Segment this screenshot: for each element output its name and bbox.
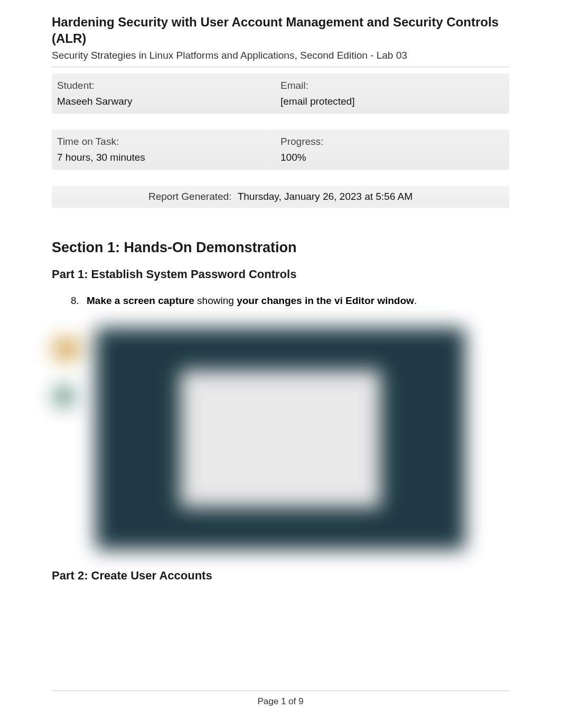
page-subtitle: Security Strategies in Linux Platforms a… — [52, 50, 509, 61]
screenshot-container — [52, 328, 509, 550]
time-label: Time on Task: — [57, 136, 280, 148]
time-value: 7 hours, 30 minutes — [57, 152, 280, 163]
screenshot-sidebar — [53, 338, 80, 407]
instruction-item-8: 8. Make a screen capture showing your ch… — [52, 295, 509, 307]
info-row-1: Student: Maseeh Sarwary Email: [email pr… — [52, 73, 509, 114]
progress-value: 100% — [280, 152, 504, 163]
info-row-2: Time on Task: 7 hours, 30 minutes Progre… — [52, 130, 509, 170]
instruction-bold-2: your changes in the vi Editor window — [237, 295, 414, 306]
part-1-heading: Part 1: Establish System Password Contro… — [52, 268, 509, 281]
instruction-bold-1: Make a screen capture — [87, 295, 194, 306]
page-footer: Page 1 of 9 — [52, 690, 509, 707]
instruction-text: Make a screen capture showing your chang… — [87, 295, 417, 307]
email-value: [email protected] — [280, 96, 504, 107]
page-number: Page 1 of 9 — [52, 696, 509, 707]
instruction-list: 8. Make a screen capture showing your ch… — [52, 295, 509, 307]
instruction-mid: showing — [194, 295, 237, 306]
progress-label: Progress: — [280, 136, 504, 148]
instruction-end: . — [414, 295, 417, 306]
section-1-heading: Section 1: Hands-On Demonstration — [52, 239, 509, 256]
report-generated-row: Report Generated: Thursday, January 26, … — [52, 186, 509, 208]
progress-cell: Progress: 100% — [280, 136, 504, 163]
part-2-heading: Part 2: Create User Accounts — [52, 569, 509, 583]
student-label: Student: — [57, 80, 280, 91]
header-divider — [52, 67, 509, 67]
info-grid: Student: Maseeh Sarwary Email: [email pr… — [52, 73, 509, 170]
screenshot-editor-window — [180, 370, 381, 508]
time-cell: Time on Task: 7 hours, 30 minutes — [57, 136, 280, 163]
app-icon — [53, 386, 74, 407]
folder-icon — [53, 338, 80, 360]
page-title: Hardening Security with User Account Man… — [52, 14, 509, 47]
vi-editor-screenshot-blurred — [96, 328, 465, 550]
email-label: Email: — [280, 80, 504, 91]
student-cell: Student: Maseeh Sarwary — [57, 80, 280, 107]
report-value: Thursday, January 26, 2023 at 5:56 AM — [238, 191, 413, 202]
report-label: Report Generated: — [148, 191, 231, 202]
email-cell: Email: [email protected] — [280, 80, 504, 107]
student-value: Maseeh Sarwary — [57, 96, 280, 107]
footer-divider — [52, 690, 509, 691]
instruction-number: 8. — [71, 295, 85, 307]
